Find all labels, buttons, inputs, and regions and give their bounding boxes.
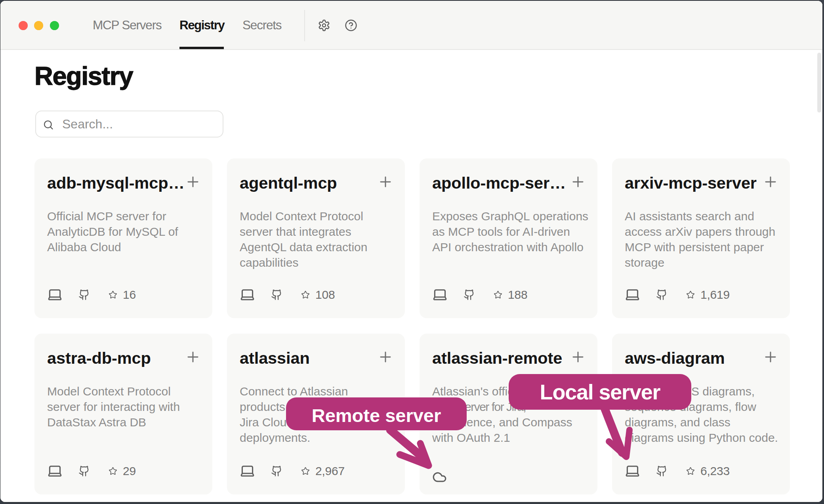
- add-server-button[interactable]: [186, 175, 200, 189]
- page-title: Registry: [34, 62, 133, 90]
- server-description-line: sequence diagrams, flow: [625, 399, 780, 414]
- server-name: astra-db-mcp: [47, 348, 151, 368]
- tab-mcp-servers-label: MCP Servers: [93, 18, 162, 32]
- add-server-button[interactable]: [379, 350, 392, 364]
- server-description-line: MCP with persistent paper: [625, 239, 780, 255]
- server-description-line: Generate AWS diagrams,: [625, 384, 780, 399]
- server-description-line: deployments.: [240, 430, 395, 445]
- server-description-line: AI assistants search and: [625, 208, 780, 224]
- github-icon: [464, 288, 475, 301]
- tab-secrets-label: Secrets: [242, 18, 281, 32]
- gear-icon[interactable]: [318, 19, 330, 32]
- titlebar-divider: [304, 10, 305, 41]
- github-icon: [271, 465, 282, 477]
- star-count: 29: [123, 464, 136, 478]
- search-input[interactable]: [62, 111, 221, 137]
- server-description-line: Official MCP server for: [47, 208, 202, 224]
- server-description-line: storage: [625, 255, 780, 270]
- search-box: [35, 111, 223, 137]
- minimize-window-button[interactable]: [34, 21, 43, 30]
- server-name: aws-diagram: [625, 348, 725, 368]
- star-icon: [109, 290, 117, 299]
- server-description: Model Context Protocol server for intera…: [47, 384, 202, 430]
- server-card-footer: 29: [48, 464, 136, 478]
- laptop-icon: [626, 289, 639, 301]
- server-description: Connect to Atlassian products including …: [240, 384, 395, 445]
- server-card-footer: 1,619: [626, 288, 730, 302]
- github-icon: [271, 288, 282, 301]
- scrollbar-thumb[interactable]: [817, 53, 821, 113]
- github-icon: [78, 465, 90, 477]
- server-card-astra-db-mcp: astra-db-mcp Model Context Protocol serv…: [34, 334, 212, 494]
- star-icon: [494, 290, 502, 299]
- star-icon: [686, 290, 695, 299]
- server-card-atlassian-remote: atlassian-remote Atlassian's official MC…: [420, 334, 597, 494]
- server-card-aws-diagram: aws-diagram Generate AWS diagrams, seque…: [612, 334, 790, 494]
- server-description-line: DataStax Astra DB: [47, 414, 202, 430]
- star-count: 2,967: [315, 464, 345, 478]
- server-description: Generate AWS diagrams, sequence diagrams…: [625, 384, 780, 445]
- server-description-line: Connect to Atlassian: [240, 384, 395, 399]
- github-icon: [78, 288, 90, 301]
- close-window-button[interactable]: [19, 21, 28, 30]
- server-name: arxiv-mcp-server: [625, 173, 757, 193]
- server-card-apollo-mcp-server: apollo-mcp-ser… Exposes GraphQL operatio…: [420, 158, 597, 318]
- server-card-atlassian: atlassian Connect to Atlassian products …: [227, 334, 405, 494]
- server-description-line: as MCP tools for AI-driven: [432, 224, 587, 239]
- add-server-button[interactable]: [571, 350, 585, 364]
- server-description-line: MCP server for Jira,: [432, 399, 587, 414]
- server-description: AI assistants search and access arXiv pa…: [625, 208, 780, 270]
- zoom-window-button[interactable]: [50, 21, 59, 30]
- server-card-adb-mysql-mcp: adb-mysql-mcp… Official MCP server for A…: [34, 158, 212, 318]
- star-count: 6,233: [700, 464, 730, 478]
- laptop-icon: [433, 289, 447, 301]
- server-description-line: Model Context Protocol: [47, 384, 202, 399]
- laptop-icon: [240, 289, 254, 301]
- server-card-footer: 188: [433, 288, 527, 302]
- server-card-agentql-mcp: agentql-mcp Model Context Protocol serve…: [227, 158, 405, 318]
- star-icon: [109, 467, 117, 475]
- registry-page: Registry adb-mysql-mcp… Official MCP ser…: [0, 1, 822, 502]
- tab-mcp-servers[interactable]: MCP Servers: [93, 1, 162, 49]
- star-icon: [686, 467, 695, 475]
- server-description-line: API orchestration with Apollo: [432, 239, 587, 255]
- add-server-button[interactable]: [379, 175, 392, 189]
- server-name: agentql-mcp: [240, 173, 337, 193]
- server-name: adb-mysql-mcp…: [47, 173, 184, 193]
- server-description-line: with OAuth 2.1: [432, 430, 587, 445]
- github-icon: [656, 288, 668, 301]
- star-count: 1,619: [700, 288, 730, 302]
- server-description-line: access arXiv papers through: [625, 224, 780, 239]
- server-description-line: Model Context Protocol: [240, 208, 395, 224]
- laptop-icon: [626, 465, 639, 477]
- server-description-line: Confluence, and Compass: [432, 414, 587, 430]
- server-name: atlassian: [240, 348, 310, 368]
- help-icon[interactable]: [345, 19, 357, 32]
- server-description-line: Atlassian's official: [432, 384, 587, 399]
- server-description: Atlassian's official MCP server for Jira…: [432, 384, 587, 445]
- cloud-icon: [432, 471, 447, 482]
- server-description: Official MCP server for AnalyticDB for M…: [47, 208, 202, 255]
- server-description-line: server that integrates: [240, 224, 395, 239]
- star-count: 108: [315, 288, 335, 302]
- tab-registry[interactable]: Registry: [179, 1, 224, 49]
- add-server-button[interactable]: [186, 350, 200, 364]
- server-description-line: Jira Cloud and Server: [240, 414, 395, 430]
- server-card-footer: 6,233: [626, 464, 730, 478]
- server-description-line: Exposes GraphQL operations: [432, 208, 587, 224]
- laptop-icon: [48, 289, 62, 301]
- add-server-button[interactable]: [764, 175, 777, 189]
- laptop-icon: [48, 465, 62, 477]
- search-icon: [43, 119, 54, 130]
- tab-secrets[interactable]: Secrets: [242, 1, 281, 49]
- server-description-line: AnalyticDB for MySQL of: [47, 224, 202, 239]
- server-description-line: diagrams, and class: [625, 414, 780, 430]
- add-server-button[interactable]: [571, 175, 585, 189]
- server-description-line: diagrams using Python code.: [625, 430, 780, 445]
- server-description: Exposes GraphQL operations as MCP tools …: [432, 208, 587, 255]
- server-description-line: Alibaba Cloud: [47, 239, 202, 255]
- server-description-line: capabilities: [240, 255, 395, 270]
- add-server-button[interactable]: [764, 350, 777, 364]
- server-description-line: products including: [240, 399, 395, 414]
- star-count: 188: [508, 288, 527, 302]
